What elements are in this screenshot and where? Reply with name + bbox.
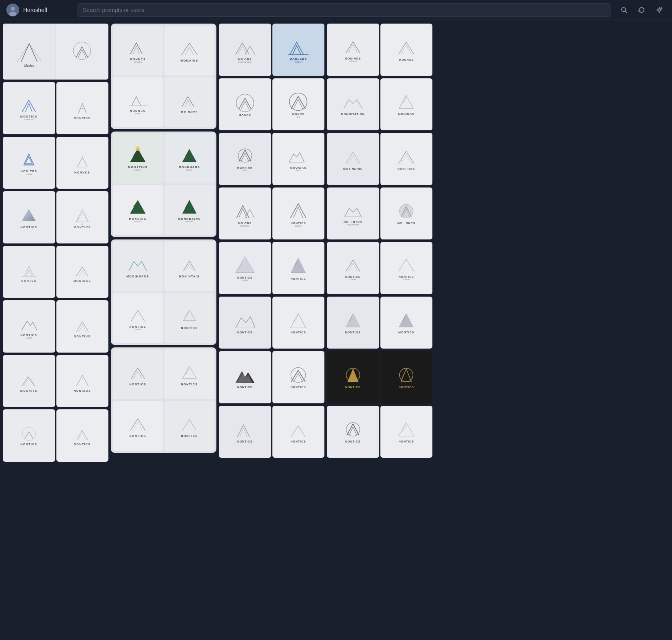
list-item[interactable]: MONATINS mana.in MONNHANS fitness MOANIN…	[111, 132, 216, 237]
list-item[interactable]: MONITAN iron MOONIAN dyans	[219, 133, 324, 185]
svg-marker-66	[402, 369, 406, 377]
list-item[interactable]: NONTICS NONTICS	[3, 409, 108, 462]
svg-point-2	[9, 12, 16, 16]
refresh-button[interactable]	[635, 4, 648, 16]
list-item[interactable]: NONTICS NONTICS	[327, 406, 432, 458]
list-item[interactable]: NONTLS MONINGS	[3, 246, 108, 298]
search-button[interactable]	[618, 4, 630, 16]
svg-marker-22	[182, 149, 196, 162]
column-2: MONNCS mtnmeta MOMAINS NONNCS family	[110, 22, 218, 463]
search-input[interactable]	[77, 3, 611, 17]
svg-point-17	[22, 427, 36, 441]
svg-line-4	[625, 11, 627, 13]
svg-marker-69	[402, 423, 406, 432]
svg-marker-39	[236, 257, 254, 273]
svg-marker-42	[291, 258, 306, 273]
svg-marker-30	[186, 310, 190, 317]
list-item[interactable]: NONTICS subtitle NONTIUS	[3, 300, 108, 353]
list-item[interactable]: MONTICS subtitle text NONTICS	[3, 82, 108, 134]
list-item[interactable]: NONTIOS MONTICS	[327, 297, 432, 349]
svg-point-36	[238, 149, 252, 162]
svg-point-64	[400, 368, 413, 382]
spark-button[interactable]	[653, 4, 666, 16]
list-item[interactable]: NOLI NTNS morantfitness MOL NNCS	[327, 187, 432, 240]
list-item[interactable]: MONINOS motatmet MONNCS	[327, 24, 432, 76]
svg-marker-46	[291, 313, 306, 328]
svg-point-35	[290, 93, 307, 110]
svg-marker-52	[399, 95, 413, 109]
svg-marker-47	[294, 313, 298, 323]
svg-marker-24	[130, 200, 146, 213]
username-label: Horosheff	[23, 7, 47, 13]
svg-text:Muhina: Muhina	[24, 64, 34, 68]
svg-point-21	[136, 146, 140, 151]
avatar[interactable]	[6, 4, 19, 16]
list-item[interactable]: MONCS MONCS ▲▲	[219, 78, 324, 131]
list-item[interactable]: MONAITS NONAIOS	[3, 355, 108, 407]
app-header: Horosheff	[0, 0, 672, 20]
svg-point-6	[73, 42, 91, 60]
list-item[interactable]: NONTICS M MONTICS	[3, 191, 108, 243]
list-item[interactable]: NONTICS NONTICS NONTICS N	[111, 347, 216, 453]
svg-marker-32	[185, 366, 190, 375]
list-item[interactable]: NONTICS NONTICS	[219, 351, 324, 403]
header-icons	[618, 4, 666, 16]
svg-marker-59	[399, 313, 413, 327]
list-item[interactable]: NONTICS NONTICS	[219, 297, 324, 349]
header-left: Horosheff	[6, 4, 70, 16]
svg-point-67	[346, 423, 360, 436]
svg-marker-62	[348, 369, 358, 381]
search-bar[interactable]	[77, 3, 611, 17]
list-item[interactable]: MN ONS and mountains MONNABS subtitle	[219, 24, 324, 76]
list-item[interactable]: NONTICS subtitle NONTICS	[219, 242, 324, 294]
svg-marker-31	[182, 366, 196, 378]
svg-text:M: M	[81, 223, 83, 225]
svg-marker-57	[346, 313, 360, 327]
svg-marker-9	[26, 156, 32, 163]
list-item[interactable]: NONTICS subtitle NONTICS subtitle	[327, 242, 432, 294]
svg-point-3	[622, 8, 626, 12]
list-item[interactable]: NONITES subtitle NONNCS	[3, 137, 108, 189]
list-item[interactable]: MN ONS mtnmonts NONTICS subtitle	[219, 187, 324, 240]
column-4: MONINOS motatmet MONNCS MONNITATION	[326, 22, 434, 463]
list-item[interactable]: MDOINNANS NON NTAIS NONTICS subtitle	[111, 239, 216, 345]
svg-point-1	[11, 7, 15, 11]
list-item[interactable]: Muhina	[3, 24, 108, 80]
list-item[interactable]: NONTICS NONTICS	[327, 351, 432, 403]
list-item[interactable]: MOT NNINS NONTTINS	[327, 133, 432, 185]
list-item[interactable]: MONNCS mtnmeta MOMAINS NONNCS family	[111, 24, 216, 129]
list-item[interactable]: NONTICS NONTICS	[219, 406, 324, 458]
svg-marker-65	[401, 369, 412, 381]
svg-marker-14	[76, 209, 88, 222]
list-item[interactable]: MONNITATION MONINGS	[327, 78, 432, 131]
column-1: Muhina MONTICS	[2, 22, 110, 463]
svg-marker-68	[399, 423, 414, 436]
svg-marker-27	[182, 200, 196, 213]
svg-marker-53	[402, 95, 406, 104]
column-3: MN ONS and mountains MONNABS subtitle	[218, 22, 326, 463]
svg-marker-29	[184, 310, 196, 320]
